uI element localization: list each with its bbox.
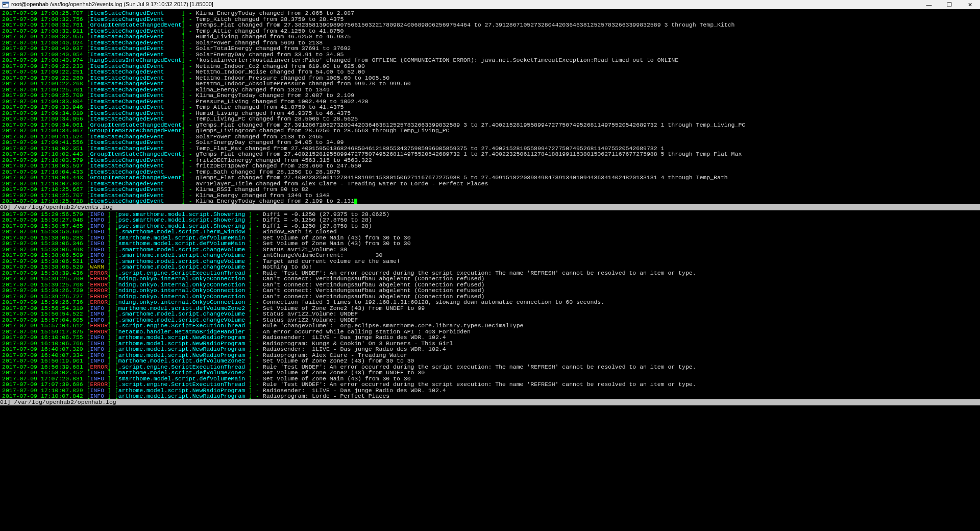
log-line: 2017-07-09 17:10:07.842 [INFO ] [arthome…	[2, 393, 978, 399]
maximize-button[interactable]: ❐	[939, 0, 960, 9]
log-line: 2017-07-09 17:10:25.718 [ItemStateChange…	[2, 198, 978, 204]
svg-rect-1	[3, 2, 9, 4]
window-controls: — ❐ ✕	[919, 0, 980, 9]
svg-rect-2	[3, 4, 6, 5]
events-log-pane[interactable]: 2017-07-09 17:08:25.707 [ItemStateChange…	[0, 9, 980, 204]
putty-icon	[2, 1, 9, 8]
pane0-status-bar: 00] /var/log/openhab2/events.log	[0, 204, 980, 210]
openhab-log-pane[interactable]: 2017-07-09 15:29:56.570 [INFO ] [pse.sma…	[0, 210, 980, 399]
minimize-button[interactable]: —	[919, 0, 939, 9]
window-titlebar[interactable]: root@openhab /var/log/openhab2/events.lo…	[0, 0, 980, 9]
pane1-status-bar: 01] /var/log/openhab2/openhab.log	[0, 399, 980, 405]
cursor	[354, 199, 357, 204]
window-title: root@openhab /var/log/openhab2/events.lo…	[11, 2, 213, 8]
close-button[interactable]: ✕	[960, 0, 980, 9]
